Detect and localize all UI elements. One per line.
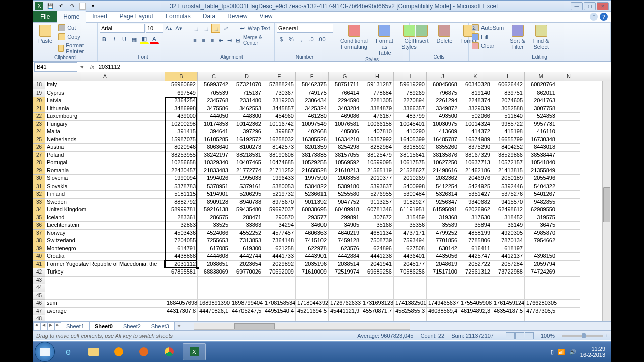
cell[interactable]: 16192572 (230, 136, 263, 144)
cell[interactable]: 34294 (263, 222, 296, 230)
cell[interactable]: 5404322 (525, 183, 557, 191)
grow-font-icon[interactable]: A▴ (164, 24, 173, 33)
cell[interactable]: 8375290 (459, 144, 492, 152)
cell[interactable]: 8404252 (492, 144, 525, 152)
cell[interactable]: 715137 (230, 89, 263, 98)
autosum-button[interactable]: ΣAutoSum (471, 24, 505, 32)
cell[interactable]: 10599095 (361, 159, 394, 167)
cell[interactable]: 4441733 (263, 253, 296, 261)
zoom-in-button[interactable]: + (605, 333, 608, 339)
cell[interactable] (394, 315, 427, 321)
tray-flag-icon[interactable]: ▯ (551, 349, 554, 355)
cell[interactable] (427, 315, 459, 321)
cell[interactable] (45, 315, 165, 321)
horizontal-scrollbar[interactable] (194, 323, 410, 330)
cell[interactable] (557, 292, 580, 300)
col-header-M[interactable]: M (525, 72, 557, 81)
cell[interactable]: 72519974 (329, 268, 361, 277)
row-header[interactable]: 41 (33, 261, 45, 269)
cell[interactable] (329, 277, 361, 285)
cell[interactable]: Turkey (45, 268, 165, 277)
tray-clock[interactable]: 11:2916-2-2013 (580, 346, 605, 358)
cell[interactable]: 21355849 (525, 167, 557, 175)
cell[interactable]: 10569592 (329, 159, 361, 167)
cell[interactable]: 44705247,5 (230, 308, 263, 316)
cell[interactable]: 10637713 (459, 159, 492, 167)
cell[interactable]: average (45, 308, 165, 316)
format-painter-button[interactable]: Format Painter (57, 42, 95, 55)
cell[interactable]: 1689891390 (198, 300, 230, 308)
cell[interactable]: 819140 (459, 89, 492, 98)
cell[interactable]: 2035196 (296, 261, 329, 269)
cell[interactable] (557, 136, 580, 144)
cell[interactable]: 4443901 (296, 253, 329, 261)
cell[interactable]: 476187 (361, 113, 394, 121)
cell[interactable]: 5276955 (361, 191, 394, 199)
cell[interactable]: 5378951 (198, 183, 230, 191)
cell[interactable]: 3329039 (459, 105, 492, 113)
cell[interactable]: 62498612 (492, 206, 525, 214)
cell[interactable] (230, 292, 263, 300)
cell[interactable]: 57888245 (263, 81, 296, 89)
cell[interactable]: Latvia (45, 97, 165, 105)
cell[interactable]: 8882792 (165, 199, 198, 207)
cell[interactable]: 1718044392 (296, 300, 329, 308)
cell[interactable] (361, 315, 394, 321)
col-header-J[interactable]: J (427, 72, 459, 81)
cell[interactable] (329, 292, 361, 300)
cell[interactable]: 15987075 (165, 136, 198, 144)
cell[interactable]: 4503436 (165, 230, 198, 238)
cell[interactable] (361, 277, 394, 285)
undo-icon[interactable]: ↶ (57, 2, 65, 10)
cell[interactable] (230, 315, 263, 321)
cell[interactable]: 5401267 (525, 191, 557, 199)
col-header-B[interactable]: B (165, 72, 198, 81)
cell[interactable] (296, 277, 329, 285)
worksheet-grid[interactable]: ABCDEFGHIJKLMN 18Italy569606925699374257… (33, 72, 611, 321)
cell[interactable]: 3445857 (263, 105, 296, 113)
cell[interactable]: 38173835 (296, 152, 329, 160)
cell[interactable]: 493500 (427, 113, 459, 121)
cell[interactable]: 9047752 (329, 199, 361, 207)
cell[interactable]: 5300484 (394, 191, 427, 199)
cell[interactable]: 21528627 (394, 167, 427, 175)
cell[interactable]: 10200298 (165, 121, 198, 129)
cell[interactable] (329, 284, 361, 292)
row-header[interactable]: 25 (33, 136, 45, 144)
row-header[interactable]: 29 (33, 167, 45, 175)
cell[interactable] (165, 315, 198, 321)
cell[interactable]: 35589 (427, 222, 459, 230)
cell[interactable]: 1996433 (263, 175, 296, 183)
cell[interactable]: 16305526 (296, 136, 329, 144)
formula-input[interactable] (97, 62, 611, 72)
cell[interactable]: 7785806 (459, 237, 492, 245)
cell[interactable]: 4737171 (394, 230, 427, 238)
align-right-button[interactable]: ≡ (208, 36, 216, 45)
cell[interactable] (492, 292, 525, 300)
cell[interactable]: 4524066 (198, 230, 230, 238)
cell[interactable]: 38218531 (230, 152, 263, 160)
cell[interactable] (557, 315, 580, 321)
font-color-button[interactable]: A (150, 35, 159, 44)
cell[interactable]: 7593494 (394, 237, 427, 245)
cell[interactable]: 4640219 (329, 230, 361, 238)
cell[interactable]: 1749465637 (427, 300, 459, 308)
cell[interactable]: 60038695 (296, 206, 329, 214)
cell[interactable]: 5389180 (329, 183, 361, 191)
cell[interactable]: 9256347 (427, 199, 459, 207)
cell[interactable]: 524853 (525, 113, 557, 121)
cell[interactable]: 619300 (230, 245, 263, 253)
cell[interactable]: 319575 (525, 214, 557, 222)
cell[interactable]: 4441238 (361, 253, 394, 261)
name-box-dropdown[interactable]: ▾ (78, 64, 86, 70)
cell[interactable]: 5412254 (427, 183, 459, 191)
align-middle-button[interactable]: ⬚ (201, 24, 210, 33)
row-header[interactable]: 36 (33, 222, 45, 230)
row-header[interactable]: 28 (33, 159, 45, 167)
cell[interactable]: Iceland (45, 214, 165, 222)
cell[interactable]: 2038514 (329, 261, 361, 269)
cell[interactable]: 469086 (329, 113, 361, 121)
taskbar-ie[interactable]: e (57, 343, 80, 360)
cell[interactable]: 59131287 (361, 81, 394, 89)
cell[interactable] (557, 222, 580, 230)
